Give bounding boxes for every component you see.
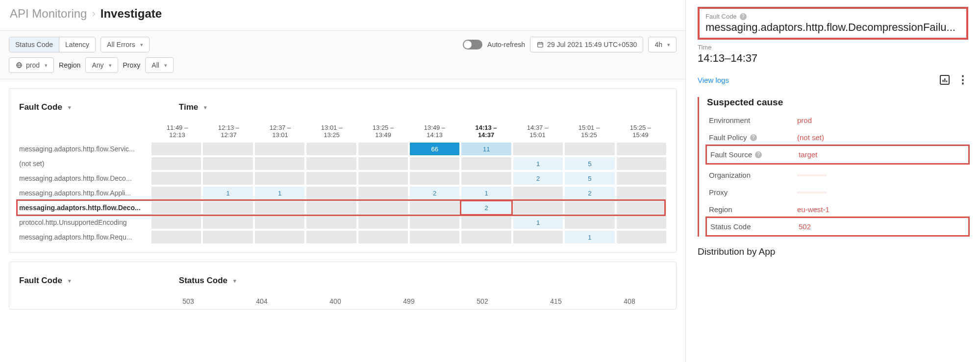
heatmap-cell[interactable]: 1	[255, 187, 304, 199]
heatmap-cell[interactable]	[255, 172, 304, 185]
heatmap-cell[interactable]	[565, 143, 614, 155]
status-code-column[interactable]: 400	[299, 297, 372, 305]
help-icon[interactable]: ?	[750, 134, 757, 141]
heatmap-cell[interactable]	[358, 231, 408, 243]
range-dropdown[interactable]: 4h▾	[648, 37, 677, 52]
heatmap-cell[interactable]: 1	[513, 216, 563, 229]
heatmap-cell[interactable]	[617, 201, 666, 214]
heatmap-cell[interactable]	[358, 172, 408, 185]
heatmap-cell[interactable]	[461, 172, 511, 185]
heatmap-cell[interactable]	[203, 172, 252, 185]
heatmap-cell[interactable]	[151, 231, 201, 243]
heatmap-cell[interactable]	[306, 143, 356, 155]
heatmap-cell[interactable]	[151, 216, 201, 229]
heatmap-cell[interactable]: 1	[203, 187, 252, 199]
heatmap-cell[interactable]	[513, 143, 563, 155]
fault-code-row-label[interactable]: messaging.adaptors.http.flow.Servic...	[19, 145, 151, 153]
time-column-header[interactable]: 13:25 –13:49	[357, 122, 409, 141]
heatmap-cell[interactable]	[461, 216, 511, 229]
time-column-header[interactable]: 15:01 –15:25	[563, 122, 615, 141]
heatmap-cell[interactable]	[306, 201, 356, 214]
heatmap-cell[interactable]	[410, 157, 459, 170]
heatmap-cell[interactable]	[617, 216, 666, 229]
breadcrumb-root[interactable]: API Monitoring	[10, 7, 87, 21]
more-icon[interactable]: ⋮	[957, 73, 968, 86]
col-dimension-dropdown[interactable]: Status Code▾	[179, 276, 236, 286]
time-column-header[interactable]: 14:13 –14:37	[460, 122, 512, 141]
time-column-header[interactable]: 12:37 –13:01	[254, 122, 306, 141]
latency-button[interactable]: Latency	[59, 37, 95, 52]
heatmap-cell[interactable]: 5	[565, 172, 614, 185]
heatmap-cell[interactable]	[617, 231, 666, 243]
time-column-header[interactable]: 15:25 –15:49	[615, 122, 666, 141]
col-dimension-dropdown[interactable]: Time▾	[179, 102, 207, 112]
heatmap-cell[interactable]	[306, 157, 356, 170]
heatmap-cell[interactable]	[306, 231, 356, 243]
heatmap-cell[interactable]	[151, 143, 201, 155]
heatmap-cell[interactable]	[565, 201, 614, 214]
heatmap-cell[interactable]	[410, 172, 459, 185]
heatmap-cell[interactable]	[306, 187, 356, 199]
heatmap-cell[interactable]	[255, 157, 304, 170]
region-dropdown[interactable]: Any▾	[85, 57, 118, 73]
heatmap-cell[interactable]	[203, 201, 252, 214]
heatmap-cell[interactable]	[358, 216, 408, 229]
heatmap-cell[interactable]: 1	[513, 157, 563, 170]
heatmap-cell[interactable]	[255, 231, 304, 243]
heatmap-cell[interactable]	[203, 216, 252, 229]
heatmap-cell[interactable]	[306, 216, 356, 229]
heatmap-cell[interactable]	[358, 143, 408, 155]
heatmap-cell[interactable]	[513, 231, 563, 243]
heatmap-cell[interactable]	[410, 216, 459, 229]
fault-code-row-label[interactable]: messaging.adaptors.http.flow.Deco...	[19, 174, 151, 182]
heatmap-cell[interactable]: 1	[565, 231, 614, 243]
status-code-column[interactable]: 408	[593, 297, 666, 305]
heatmap-cell[interactable]	[410, 201, 459, 214]
all-errors-dropdown[interactable]: All Errors▾	[101, 37, 150, 52]
status-code-button[interactable]: Status Code	[9, 37, 59, 52]
view-logs-link[interactable]: View logs	[698, 76, 729, 84]
fault-code-row-label[interactable]: messaging.adaptors.http.flow.Deco...	[19, 204, 151, 212]
time-column-header[interactable]: 11:49 –12:13	[151, 122, 203, 141]
heatmap-cell[interactable]	[203, 143, 252, 155]
heatmap-cell[interactable]	[513, 187, 563, 199]
time-column-header[interactable]: 14:37 –15:01	[512, 122, 563, 141]
fault-code-row-label[interactable]: protocol.http.UnsupportedEncoding	[19, 218, 151, 226]
row-dimension-dropdown[interactable]: Fault Code▾	[19, 102, 71, 112]
heatmap-cell[interactable]: 66	[410, 143, 459, 155]
heatmap-cell[interactable]	[255, 216, 304, 229]
fault-code-row-label[interactable]: (not set)	[19, 160, 151, 168]
proxy-dropdown[interactable]: All▾	[145, 57, 174, 73]
heatmap-cell[interactable]: 1	[461, 187, 511, 199]
heatmap-cell[interactable]	[203, 157, 252, 170]
heatmap-cell[interactable]: 11	[461, 143, 511, 155]
heatmap-cell[interactable]: 5	[565, 157, 614, 170]
heatmap-cell[interactable]	[151, 157, 201, 170]
heatmap-cell[interactable]	[151, 172, 201, 185]
heatmap-cell[interactable]	[410, 231, 459, 243]
heatmap-cell[interactable]	[617, 157, 666, 170]
help-icon[interactable]: ?	[740, 13, 747, 20]
heatmap-cell[interactable]	[617, 172, 666, 185]
heatmap-cell[interactable]: 2	[410, 187, 459, 199]
time-column-header[interactable]: 12:13 –12:37	[203, 122, 254, 141]
status-code-column[interactable]: 502	[446, 297, 519, 305]
heatmap-cell[interactable]	[617, 143, 666, 155]
heatmap-cell[interactable]: 2	[461, 201, 511, 214]
fault-code-row-label[interactable]: messaging.adaptors.http.flow.Requ...	[19, 233, 151, 241]
heatmap-cell[interactable]	[358, 187, 408, 199]
heatmap-cell[interactable]	[617, 187, 666, 199]
heatmap-cell[interactable]	[203, 231, 252, 243]
chart-icon[interactable]	[940, 75, 950, 85]
heatmap-cell[interactable]	[151, 201, 201, 214]
heatmap-cell[interactable]	[151, 187, 201, 199]
auto-refresh-toggle[interactable]: Auto-refresh	[463, 40, 525, 49]
heatmap-cell[interactable]	[255, 143, 304, 155]
heatmap-cell[interactable]	[306, 172, 356, 185]
heatmap-cell[interactable]	[255, 201, 304, 214]
row-dimension-dropdown[interactable]: Fault Code▾	[19, 276, 71, 286]
heatmap-cell[interactable]	[358, 201, 408, 214]
fault-code-row-label[interactable]: messaging.adaptors.http.flow.Appli...	[19, 189, 151, 197]
heatmap-cell[interactable]	[358, 157, 408, 170]
env-dropdown[interactable]: prod▾	[9, 57, 54, 73]
